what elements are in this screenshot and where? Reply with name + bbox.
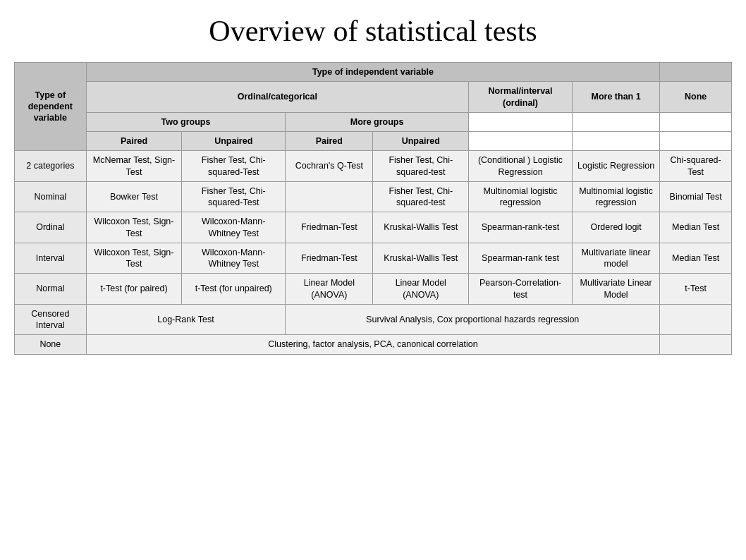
more-than-1-header: More than 1 [572,82,659,113]
two-groups-header: Two groups [86,112,285,131]
dep-var-header: Type of dependent variable [15,63,87,151]
indep-var-header: Type of independent variable [86,63,660,82]
none-header: None [660,82,732,113]
normal-interval-header: Normal/interval (ordinal) [469,82,573,113]
unpaired-2: Unpaired [373,132,469,151]
header-row: Type of dependent variable Type of indep… [15,63,732,82]
page-title: Overview of statistical tests [14,14,732,48]
subheader-row: Ordinal/categorical Normal/interval (ord… [15,82,732,113]
ordinal-cat-header: Ordinal/categorical [86,82,468,113]
unpaired-1: Unpaired [182,132,286,151]
paired-1: Paired [86,132,182,151]
table-row: Censored Interval Log-Rank Test Survival… [15,304,732,335]
table-row: Ordinal Wilcoxon Test, Sign-Test Wilcoxo… [15,212,732,243]
table-row: Normal t-Test (for paired) t-Test (for u… [15,274,732,305]
table-row: Interval Wilcoxon Test, Sign-Test Wilcox… [15,243,732,274]
table-row: 2 categories McNemar Test, Sign-Test Fis… [15,151,732,182]
paired-2: Paired [286,132,373,151]
group-row: Two groups More groups [15,112,732,131]
stats-table: Type of dependent variable Type of indep… [14,62,732,355]
table-row: Nominal Bowker Test Fisher Test, Chi-squ… [15,181,732,212]
paired-row: Paired Unpaired Paired Unpaired [15,132,732,151]
header-empty [660,63,732,82]
more-groups-header: More groups [286,112,469,131]
table-row: None Clustering, factor analysis, PCA, c… [15,335,732,354]
